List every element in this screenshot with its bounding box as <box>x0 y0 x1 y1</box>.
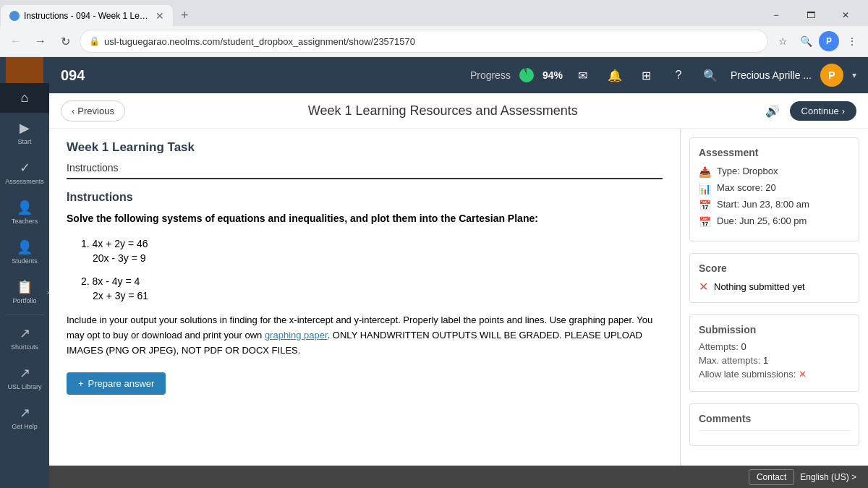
shortcuts-icon: ↗ <box>20 325 30 341</box>
menu-button[interactable]: ⋮ <box>842 31 862 51</box>
sidebar-divider <box>5 314 44 315</box>
problem-statement: Solve the following systems of equations… <box>67 211 663 226</box>
bell-button[interactable]: 🔔 <box>603 64 626 87</box>
avatar <box>6 57 43 83</box>
search-button[interactable]: 🔍 <box>796 31 816 51</box>
mail-button[interactable]: ✉ <box>571 64 595 87</box>
assessment-due-label: Due: Jun 25, 6:00 pm <box>717 215 807 226</box>
sidebar-students-label: Students <box>12 257 38 265</box>
sidebar-item-start[interactable]: ▶ Start <box>0 113 49 153</box>
user-avatar[interactable]: P <box>820 64 843 87</box>
speaker-button[interactable]: 🔊 <box>761 99 784 122</box>
contact-button[interactable]: Contact <box>749 469 794 485</box>
lesson-header: ‹ Previous Week 1 Learning Resources and… <box>49 93 868 129</box>
score-title: Score <box>699 262 850 274</box>
maximize-button[interactable]: 🗖 <box>794 4 827 26</box>
max-attempts-value: 1 <box>763 355 768 366</box>
progress-circle <box>519 68 534 82</box>
sidebar-usl-library-label: USL Library <box>7 383 41 390</box>
prev-label: Previous <box>77 106 114 116</box>
sidebar-item-usl-library[interactable]: ↗ USL Library <box>0 358 49 398</box>
prepare-answer-button[interactable]: + Prepare answer <box>67 372 166 395</box>
max-attempts-label: Max. attempts: <box>699 355 760 366</box>
url-input[interactable]: 🔒 usl-tuguegarao.neolms.com/student_drop… <box>80 30 768 53</box>
nav-chevron-icon[interactable]: ▾ <box>852 70 856 80</box>
bottom-bar: Contact English (US) > <box>49 466 868 488</box>
plus-icon: + <box>78 378 84 389</box>
score-status: Nothing submitted yet <box>714 281 805 292</box>
sidebar-item-home[interactable]: ⌂ <box>0 83 49 113</box>
continue-button[interactable]: Continue › <box>790 101 856 121</box>
right-panel: Assessment 📥 Type: Dropbox 📊 Max score: … <box>680 129 868 466</box>
forward-button[interactable]: → <box>30 31 51 51</box>
prepare-answer-label: Prepare answer <box>88 378 155 389</box>
equation-group-1: 1. 4x + 2y = 46 20x - 3y = 9 <box>81 238 663 264</box>
sidebar-item-assessments[interactable]: ✓ Assessments <box>0 153 49 192</box>
assessment-type-row: 📥 Type: Dropbox <box>699 166 850 178</box>
back-button[interactable]: ← <box>6 31 26 51</box>
sidebar-teachers-label: Teachers <box>12 218 38 225</box>
url-text: usl-tuguegarao.neolms.com/student_dropbo… <box>104 36 759 47</box>
previous-button[interactable]: ‹ Previous <box>61 100 125 121</box>
prev-chevron-icon: ‹ <box>72 106 75 116</box>
late-submission-row: Allow late submissions: ✕ <box>699 369 850 380</box>
tab-title: Instructions - 094 - Week 1 Learni <box>24 11 151 21</box>
tab-instructions[interactable]: Instructions <box>67 158 130 179</box>
sidebar-portfolio-label: Portfolio <box>12 297 36 304</box>
sidebar-item-teachers[interactable]: 👤 Teachers <box>0 192 49 232</box>
comments-section: Comments <box>689 403 859 446</box>
start-icon: ▶ <box>20 120 30 136</box>
late-submission-label: Allow late submissions: <box>699 369 796 380</box>
address-actions: ☆ 🔍 P ⋮ <box>773 31 862 51</box>
close-button[interactable]: ✕ <box>829 4 862 26</box>
sidebar-item-portfolio[interactable]: 📋 Portfolio › <box>0 272 49 312</box>
assessment-panel-title: Assessment <box>699 147 850 158</box>
content-wrapper: 094 Progress 94% ✉ 🔔 ⊞ ? 🔍 Precious Apri… <box>49 57 868 488</box>
submission-section: Submission Attempts: 0 Max. attempts: 1 … <box>689 314 859 392</box>
grid-button[interactable]: ⊞ <box>635 64 658 87</box>
profile-button[interactable]: P <box>819 31 839 51</box>
sidebar-start-label: Start <box>17 138 31 145</box>
language-button[interactable]: English (US) > <box>800 469 856 485</box>
minimize-button[interactable]: − <box>760 4 793 26</box>
progress-pct: 94% <box>542 69 563 81</box>
app-container: ⌂ ▶ Start ✓ Assessments 👤 Teachers 👤 Stu… <box>0 57 868 488</box>
tab-close-button[interactable]: ✕ <box>156 10 164 22</box>
bar-chart-icon: 📊 <box>699 183 711 194</box>
help-button[interactable]: ? <box>667 64 690 87</box>
sidebar-shortcuts-label: Shortcuts <box>11 343 38 351</box>
sidebar-get-help-label: Get Help <box>12 423 38 430</box>
reload-button[interactable]: ↻ <box>55 31 75 51</box>
new-tab-button[interactable]: + <box>176 8 193 23</box>
comments-divider <box>699 430 850 431</box>
sidebar-item-get-help[interactable]: ↗ Get Help <box>0 398 49 437</box>
sidebar-item-students[interactable]: 👤 Students <box>0 232 49 272</box>
equation-2-num: 2. 8x - 4y = 4 <box>81 275 663 287</box>
graphing-paper-link[interactable]: graphing paper <box>265 330 328 341</box>
progress-label: Progress <box>470 69 511 81</box>
tab-favicon <box>9 11 20 21</box>
bookmark-button[interactable]: ☆ <box>773 31 793 51</box>
assessment-start-row: 📅 Start: Jun 23, 8:00 am <box>699 199 850 211</box>
score-row: ✕ Nothing submitted yet <box>699 280 850 294</box>
main-content: Week 1 Learning Task Instructions Instru… <box>49 129 868 466</box>
equation-1-num: 1. 4x + 2y = 46 <box>81 238 663 249</box>
search-nav-button[interactable]: 🔍 <box>699 64 722 87</box>
attempts-label: Attempts: <box>699 341 739 352</box>
assessment-due-row: 📅 Due: Jun 25, 6:00 pm <box>699 215 850 228</box>
equation-group-2: 2. 8x - 4y = 4 2x + 3y = 61 <box>81 275 663 301</box>
week-task-title: Week 1 Learning Task <box>67 140 663 155</box>
bottom-actions: Contact English (US) > <box>749 469 856 485</box>
continue-chevron-icon: › <box>842 106 845 116</box>
browser-tab-active[interactable]: Instructions - 094 - Week 1 Learni ✕ <box>0 4 174 26</box>
submission-title: Submission <box>699 324 850 335</box>
assessment-start-label: Start: Jun 23, 8:00 am <box>717 199 809 210</box>
nav-right: Progress 94% ✉ 🔔 ⊞ ? 🔍 Precious Aprille … <box>470 64 856 87</box>
attempts-value: 0 <box>741 341 746 352</box>
assessments-icon: ✓ <box>20 160 30 176</box>
calendar-start-icon: 📅 <box>699 200 711 211</box>
equation-2-line2: 2x + 3y = 61 <box>93 290 663 301</box>
user-name[interactable]: Precious Aprille ... <box>731 69 812 81</box>
sidebar-item-shortcuts[interactable]: ↗ Shortcuts <box>0 318 49 358</box>
assessment-section: Assessment 📥 Type: Dropbox 📊 Max score: … <box>689 137 859 241</box>
